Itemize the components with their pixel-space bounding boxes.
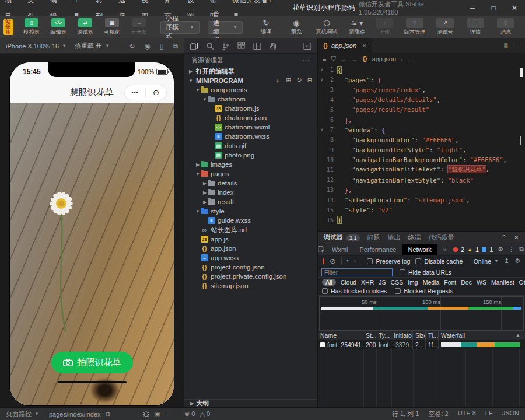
tree-item-images[interactable]: ▶images [184,160,317,169]
tree-item-打开的编辑器[interactable]: ▶打开的编辑器 [184,66,317,76]
restart-icon[interactable]: ↻ [129,42,135,50]
hand-tool-icon[interactable] [269,42,277,50]
close-button[interactable]: ✕ [504,0,525,16]
status-item-1[interactable]: 空格: 2 [428,410,448,418]
tool-可视化[interactable]: ▦可视化 [99,18,125,36]
filter-chip-XHR[interactable]: XHR [361,279,374,286]
fold-chevron-icon[interactable]: ∨ [318,77,326,82]
tree-item-chatroom[interactable]: ▼chatroom [184,94,317,104]
editor-layout-icon[interactable] [253,42,261,50]
menu-icon[interactable]: ≡ [323,55,326,62]
back-icon[interactable]: ← [341,55,347,62]
collapse-sidebar-icon[interactable] [303,42,312,50]
tab-network[interactable]: Network [402,244,436,256]
tree-item-pages[interactable]: ▼pages [184,169,317,178]
source-control-icon[interactable] [222,42,230,50]
tree-item-app.json[interactable]: {}app.json [184,244,317,253]
tree-root[interactable]: ▼MINIPROGRAM＋⊞↻⊟ [184,76,317,85]
column-header-Waterfall[interactable]: Waterfall▲ [439,331,525,340]
fold-chevron-icon[interactable]: ∨ [318,67,326,72]
filter-chip-Manifest[interactable]: Manifest [491,279,514,286]
errors-status[interactable]: ⊗ 0 [184,410,195,418]
tree-item-index[interactable]: ▶index [184,188,317,197]
new-file-icon[interactable]: ＋ [274,76,281,85]
column-header-Initiator[interactable]: Initiator [391,331,413,340]
tab-code-quality[interactable]: 代码质量 [429,233,454,242]
filter-chip-Font[interactable]: Font [444,279,456,286]
tool-模拟器[interactable]: ▯模拟器 [18,18,45,36]
tab-terminal[interactable]: 终端 [408,233,421,242]
refresh-explorer-icon[interactable]: ↻ [297,76,302,85]
column-header-Ti...[interactable]: Ti... [426,331,439,340]
eye-icon[interactable]: ◉ [155,410,160,418]
split-editor-icon[interactable]: ⫿⫿ [504,42,508,50]
minimap-thumb[interactable] [520,68,523,77]
tree-item-guide.wxss[interactable]: ≡guide.wxss [184,216,317,225]
close-miniprogram-button[interactable]: ⊙ [146,89,166,96]
button-版本管理[interactable]: ⑂版本管理 [401,18,428,36]
page-path-dropdown[interactable]: 页面路径 ▼ [6,410,39,418]
has-blocked-cookies-checkbox[interactable]: Has blocked cookies [322,288,387,295]
button-消息[interactable]: ♢消息 [492,18,519,36]
action-真机调试[interactable]: ⬡真机调试 [313,19,341,36]
record-network-icon[interactable] [323,258,324,264]
devtools-menu-icon[interactable]: ⋮ [508,246,514,253]
multi-window-icon[interactable]: ⧉ [173,42,178,50]
filter-funnel-icon[interactable] [346,258,349,264]
tree-item-chatroom.wxml[interactable]: <>chatroom.wxml [184,123,317,132]
throttling-dropdown[interactable]: Online▼ [474,258,499,265]
tree-item-project.config.json[interactable]: {}project.config.json [184,262,317,272]
tab-debugger[interactable]: 调试器 [324,233,343,243]
close-panel-icon[interactable]: ✕ [514,234,519,242]
column-header-Ty...[interactable]: Ty... [376,331,391,340]
filter-chip-Cloud[interactable]: Cloud [341,279,356,286]
action-编译[interactable]: ↻编译 [252,19,280,36]
filter-chip-Other[interactable]: Other [519,279,525,286]
hide-data-urls-checkbox[interactable]: Hide data URLs [400,269,452,276]
tab-wxml[interactable]: Wxml [327,244,354,256]
code-editor[interactable]: ∨1{∨2 "pages": [3 "pages/index/index",4 … [318,65,525,231]
hot-reload-dropdown[interactable]: 热重载 开▼ [75,41,110,50]
collapse-folders-icon[interactable]: ⊟ [307,76,313,85]
forward-icon[interactable]: → [352,55,358,62]
filter-chip-Img[interactable]: Img [408,279,418,286]
copy-path-icon[interactable]: ⧉ [106,410,110,418]
tree-item-project.private.config.json[interactable]: {}project.private.config.json [184,272,317,281]
column-header-St...[interactable]: St... [363,331,376,340]
mode-dropdown[interactable]: 小程序模式▼ [160,21,200,34]
tree-item-style[interactable]: ▼style [184,206,317,216]
preserve-log-checkbox[interactable]: Preserve log [367,258,410,265]
tree-item-photo.png[interactable]: ▨photo.png [184,150,317,160]
button-测试号[interactable]: ↗测试号 [432,18,459,36]
status-item-3[interactable]: LF [485,410,493,418]
bookmark-icon[interactable]: ⛉ [331,55,335,62]
maximize-button[interactable]: □ [483,0,504,16]
tree-item-站长图库.url[interactable]: ∞站长图库.url [184,225,317,235]
device-frame-icon[interactable]: ▯ [160,42,164,50]
status-item-2[interactable]: UTF-8 [458,410,476,418]
minimize-button[interactable]: ─ [462,0,483,16]
more-icon[interactable]: ⋯ [165,410,172,418]
fold-chevron-icon[interactable]: ∨ [318,127,326,132]
warnings-status[interactable]: △ 0 [200,410,210,418]
filter-chip-All[interactable]: All [322,279,336,286]
tool-编辑器[interactable]: </>编辑器 [45,18,72,36]
tree-item-details[interactable]: ▶details [184,178,317,188]
blocked-requests-checkbox[interactable]: Blocked Requests [395,288,453,295]
tree-item-app.js[interactable]: JSapp.js [184,235,317,244]
compile-dropdown[interactable]: 普通编译▼ [208,21,243,34]
filter-chip-JS[interactable]: JS [379,279,386,286]
explorer-more-icon[interactable]: ··· [302,57,310,64]
search-icon[interactable] [206,42,214,50]
files-icon[interactable] [190,42,198,50]
clear-network-icon[interactable]: ⊘ [330,257,336,265]
filter-chip-CSS[interactable]: CSS [391,279,404,286]
editor-more-icon[interactable]: ··· [514,42,520,50]
tab-appjson[interactable]: {} app.json × [318,38,372,52]
warning-count-icon[interactable]: ▲ [467,247,473,253]
tool-调试器[interactable]: ⇄调试器 [72,18,99,36]
breadcrumb-file[interactable]: app.json [372,55,396,62]
extensions-icon[interactable] [237,42,246,50]
status-item-4[interactable]: JSON [502,410,519,418]
action-清缓存[interactable]: ≋ ▾清缓存 [343,19,371,36]
